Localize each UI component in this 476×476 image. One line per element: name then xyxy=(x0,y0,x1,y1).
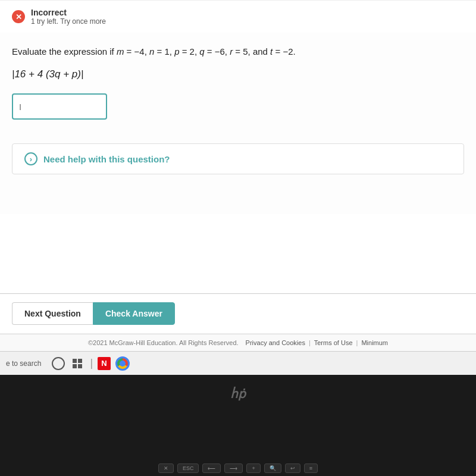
svg-rect-2 xyxy=(73,364,77,368)
fn-key-6[interactable]: 🔍 xyxy=(264,464,281,473)
expression-display: |16 + 4 (3q + p)| xyxy=(12,68,464,80)
question-vars: m = −4, n = 1, p = 2, q = −6, r = 5, and… xyxy=(117,46,296,57)
fn-key-8[interactable]: ≡ xyxy=(304,464,318,473)
answer-input[interactable] xyxy=(12,93,107,120)
terms-of-use-link[interactable]: Terms of Use xyxy=(314,339,353,346)
incorrect-text: Incorrect 1 try left. Try once more xyxy=(31,8,106,26)
expression-text: |16 + 4 (3q + p)| xyxy=(12,68,83,80)
fn-key-3[interactable]: ⟵ xyxy=(202,464,221,473)
action-bar: Next Question Check Answer xyxy=(0,293,476,333)
netflix-icon[interactable]: N xyxy=(98,357,111,370)
taskbar-divider: | xyxy=(90,357,93,369)
incorrect-title: Incorrect xyxy=(31,8,106,17)
chevron-right-icon: › xyxy=(24,152,37,165)
minimum-link[interactable]: Minimum xyxy=(361,339,388,346)
help-section[interactable]: › Need help with this question? xyxy=(12,143,464,174)
help-label: Need help with this question? xyxy=(43,154,170,164)
fn-key-1[interactable]: ✕ xyxy=(158,464,174,473)
footer-copyright: ©2021 McGraw-Hill Education. All Rights … xyxy=(88,339,239,346)
check-answer-button[interactable]: Check Answer xyxy=(93,302,175,325)
laptop-bottom: ḣṗ ✕ ESC ⟵ ⟶ + 🔍 ↩ ≡ xyxy=(0,375,476,476)
question-area: Evaluate the expression if m = −4, n = 1… xyxy=(0,33,476,143)
fn-keys-row: ✕ ESC ⟵ ⟶ + 🔍 ↩ ≡ xyxy=(0,464,476,473)
taskbar: e to search | N xyxy=(0,351,476,375)
fn-key-7[interactable]: ↩ xyxy=(285,464,300,473)
footer-sep-2: | xyxy=(309,339,311,346)
incorrect-icon: ✕ xyxy=(12,10,25,23)
question-prefix: Evaluate the expression if xyxy=(12,46,114,57)
svg-rect-1 xyxy=(78,359,82,363)
fn-key-2[interactable]: ESC xyxy=(177,464,199,473)
svg-rect-0 xyxy=(73,359,77,363)
question-text: Evaluate the expression if m = −4, n = 1… xyxy=(12,45,464,59)
privacy-cookies-link[interactable]: Privacy and Cookies xyxy=(246,339,305,346)
fn-key-5[interactable]: + xyxy=(246,464,260,473)
taskbar-grid-icon[interactable] xyxy=(70,356,85,371)
footer: ©2021 McGraw-Hill Education. All Rights … xyxy=(0,334,476,351)
fn-key-4[interactable]: ⟶ xyxy=(224,464,243,473)
footer-sep-3: | xyxy=(356,339,358,346)
taskbar-search-label: e to search xyxy=(6,359,41,368)
chrome-icon[interactable] xyxy=(115,356,130,371)
incorrect-banner: ✕ Incorrect 1 try left. Try once more xyxy=(0,0,476,33)
svg-rect-3 xyxy=(78,364,82,368)
next-question-button[interactable]: Next Question xyxy=(12,302,93,325)
search-circle-icon[interactable] xyxy=(52,357,65,370)
answer-input-wrapper xyxy=(12,93,464,120)
incorrect-subtitle: 1 try left. Try once more xyxy=(31,17,106,26)
hp-logo: ḣṗ xyxy=(230,387,246,401)
